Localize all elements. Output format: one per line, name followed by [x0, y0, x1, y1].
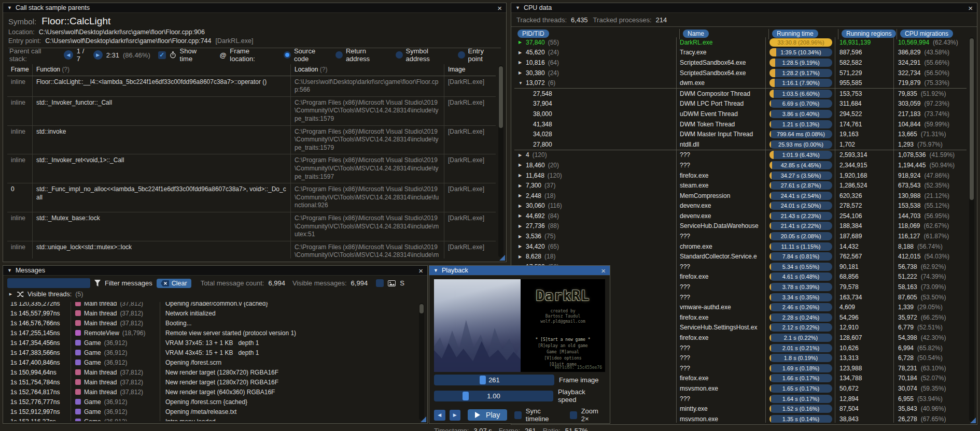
message-row[interactable]: 1s 147,400,846ns Game (36,912) Opening /… [7, 357, 416, 367]
expand-icon[interactable]: ▶ [519, 183, 526, 188]
message-row[interactable]: 1s 151,754,784ns Main thread (37,812) Ne… [7, 377, 416, 387]
close-icon[interactable]: × [418, 267, 423, 275]
message-row[interactable]: 1s 147,383,566ns Game (36,912) VRAM 43x4… [7, 348, 416, 357]
close-icon[interactable]: × [601, 267, 606, 275]
cpu-table-row[interactable]: 34,028 DWM Master Input Thread 799.64 ms… [514, 129, 967, 139]
expand-icon[interactable]: ▶ [519, 204, 526, 208]
message-row[interactable]: 1s 147,354,456ns Game (36,912) VRAM 37x4… [7, 338, 416, 348]
radio-icon[interactable] [284, 51, 291, 59]
collapse-icon[interactable]: ▼ [515, 5, 520, 10]
step-back-button[interactable]: ◀ [434, 410, 445, 421]
close-icon[interactable]: × [968, 4, 973, 12]
function-cell[interactable]: std::_Invoker_functor::_Call [32, 97, 290, 125]
function-cell[interactable]: Floor::CalcLight::__l4::<lambda_5bc224f1… [32, 76, 290, 96]
cpu-table-row[interactable]: ▶ 45,620 (24) Tracy.exe 1:39.5 (10.34%) … [514, 48, 967, 58]
radio-label[interactable]: Return address [346, 47, 391, 63]
column-name[interactable]: Name [683, 30, 709, 38]
expand-icon[interactable]: ▶ [519, 254, 526, 259]
slider-grab[interactable] [463, 392, 469, 400]
callstack-table-row[interactable]: inline std::unique_lock<std::mutex>::loc… [7, 241, 496, 258]
cpu-table-row[interactable]: ▶ 11,648 (120) firefox.exe 34.27 s (3.56… [514, 170, 967, 181]
cpu-table-row[interactable]: ▶ 4 (120) ??? 1:01.9 (6.43%) 2,593,314 1… [514, 150, 967, 161]
cpu-table-row[interactable]: ▶ 8,628 (18) StandardCollector.Service.e… [514, 251, 967, 262]
column-cpu-migrations[interactable]: CPU migrations [900, 30, 953, 38]
cpu-table-row[interactable]: ▶ 30,060 (116) devenv.exe 24.01 s (2.50%… [514, 201, 967, 211]
expand-icon[interactable]: ▶ [519, 163, 526, 167]
callstack-table-row[interactable]: inline std::_Invoker_ret<void,1>::_Call … [7, 154, 496, 183]
collapse-icon[interactable]: ▼ [7, 5, 12, 10]
cpu-table-row[interactable]: ▶ 7,300 (37) steam.exe 27.61 s (2.87%) 1… [514, 180, 967, 191]
cpu-table-row[interactable]: ▶ 2,448 (18) MemCompression 24.41 s (2.5… [514, 191, 967, 201]
cpu-table-row[interactable]: ▶ 3,536 (75) ??? 20.05 s (2.08%) 187,689… [514, 231, 967, 241]
expand-threads-icon[interactable]: ▼ [8, 292, 13, 297]
show-time-label[interactable]: Show time [180, 47, 211, 63]
expand-icon[interactable]: ▶ [519, 244, 526, 249]
resize-grip[interactable] [421, 416, 426, 422]
expand-icon[interactable]: ▶ [519, 193, 526, 198]
prev-callstack-button[interactable]: ◀ [64, 50, 73, 60]
message-row[interactable]: 1s 152,764,817ns Main thread (37,812) Ne… [7, 387, 416, 397]
zoom-2x-checkbox[interactable] [570, 411, 577, 419]
column-running-time[interactable]: Running time [772, 30, 818, 38]
cpu-table-row[interactable]: ▶ 30,380 (24) ScriptedSandbox64.exe 1:28… [514, 68, 967, 78]
cpu-table-row[interactable]: 27,548 DWM Compositor Thread 1:03.5 (6.6… [514, 89, 967, 99]
collapse-icon[interactable]: ▼ [7, 268, 12, 273]
callstack-scrollbar[interactable] [498, 65, 503, 257]
next-callstack-button[interactable]: ▶ [93, 50, 103, 60]
function-cell[interactable]: std::invoke [32, 126, 290, 154]
callstack-table-row[interactable]: inline std::_Mutex_base::lock C:\Program… [7, 212, 496, 241]
visible-threads-label[interactable]: Visible threads: [27, 291, 72, 298]
expand-icon[interactable]: ▶ [519, 213, 526, 218]
close-icon[interactable]: × [497, 4, 502, 12]
radio-label[interactable]: Source code [294, 47, 331, 63]
radio-icon[interactable] [458, 51, 465, 59]
clear-button[interactable]: Clear [157, 279, 191, 288]
cpu-table-row[interactable]: ▼ 13,072 (6) dwm.exe 1:16.1 (7.90%) 955,… [514, 78, 967, 89]
function-cell[interactable]: std::_Invoker_ret<void,1>::_Call [32, 154, 290, 183]
expand-icon[interactable]: ▶ [519, 224, 526, 228]
frame-location-radio[interactable]: Symbol address [396, 47, 454, 63]
frame-location-radio[interactable]: Entry point [458, 47, 500, 63]
expand-icon[interactable]: ▶ [519, 173, 526, 178]
callstack-table-row[interactable]: inline Floor::CalcLight::__l4::<lambda_5… [7, 76, 496, 97]
frame-location-radio[interactable]: Return address [335, 47, 391, 63]
message-row[interactable]: 1s 145,557,997ns Main thread (37,812) Ne… [7, 308, 416, 318]
expand-icon[interactable]: ▶ [519, 70, 526, 75]
cpu-table-row[interactable]: ▶ 34,420 (65) chrome.exe 11.11 s (1.15%)… [514, 241, 967, 252]
show-time-checkbox[interactable]: ✓ [158, 51, 166, 59]
radio-icon[interactable] [396, 51, 403, 59]
playback-speed-slider[interactable]: 1.00 [434, 391, 553, 401]
show-images-checkbox[interactable] [376, 279, 384, 287]
radio-icon[interactable] [335, 51, 343, 59]
play-button[interactable]: Play [468, 409, 507, 421]
function-cell[interactable]: std::unique_lock<std::mutex>::lock [32, 241, 290, 258]
cpu-table-row[interactable]: ▶ 10,816 (64) ScriptedSandbox64.exe 1:28… [514, 58, 967, 68]
message-row[interactable]: 1s 120,335,272ns Main thread (37,812) Op… [7, 302, 416, 308]
sync-timeline-label[interactable]: Sync timeline [526, 407, 562, 423]
resize-grip[interactable] [499, 255, 505, 261]
radio-label[interactable]: Entry point [468, 47, 500, 63]
message-filter-input[interactable] [7, 278, 90, 288]
cpu-table-row[interactable]: ▶ 44,692 (84) devenv.exe 21.43 s (2.23%)… [514, 211, 967, 221]
message-row[interactable]: 1s 152,776,777ns Game (36,912) Opening /… [7, 397, 416, 407]
cpu-table-row[interactable]: 37,904 DWM LPC Port Thread 6.69 s (0.70%… [514, 99, 967, 109]
column-pid-tid[interactable]: PID/TID [517, 30, 549, 38]
callstack-table-row[interactable]: 0 std::_Func_impl_no_alloc<<lambda_5bc22… [7, 183, 496, 212]
callstack-table-row[interactable]: inline std::invoke C:\Program Files (x86… [7, 126, 496, 155]
sync-timeline-checkbox[interactable] [514, 411, 521, 419]
function-cell[interactable]: std::_Func_impl_no_alloc<<lambda_5bc224f… [32, 183, 290, 212]
slider-grab[interactable] [480, 376, 486, 384]
column-running-regions[interactable]: Running regions [842, 30, 896, 38]
expand-icon[interactable]: ▼ [519, 81, 526, 85]
message-row[interactable]: 1s 147,255,145ns RemoteView (18,796) Rem… [7, 328, 416, 338]
message-row[interactable]: 1s 150,994,64ns Main thread (37,812) New… [7, 367, 416, 377]
step-forward-button[interactable]: ▶ [450, 410, 461, 421]
collapse-icon[interactable]: ▼ [433, 268, 438, 273]
expand-icon[interactable]: ▶ [519, 40, 526, 45]
radio-label[interactable]: Symbol address [406, 47, 454, 63]
message-row[interactable]: 1s 146,576,766ns Main thread (37,812) Bo… [7, 318, 416, 328]
messages-scrollbar[interactable] [419, 303, 424, 420]
frame-location-radio[interactable]: Source code [284, 47, 331, 63]
message-row[interactable]: 1s 152,912,997ns Game (36,912) Opening /… [7, 407, 416, 416]
expand-icon[interactable]: ▶ [519, 60, 526, 65]
